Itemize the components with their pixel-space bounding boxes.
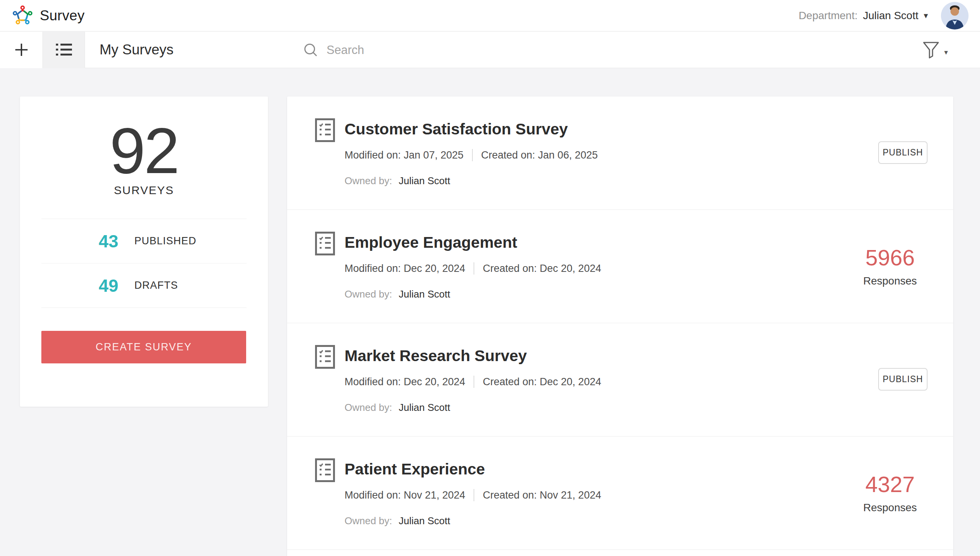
owner-name: Julian Scott — [399, 288, 450, 300]
app-title: Survey — [40, 8, 85, 24]
create-new-button[interactable] — [0, 32, 42, 68]
list-view-button[interactable] — [42, 32, 85, 68]
surveys-toolbar: My Surveys ▾ — [0, 32, 980, 68]
drafts-stat-row[interactable]: 49 DRAFTS — [41, 263, 247, 307]
created-date: Created on: Dec 20, 2024 — [483, 262, 601, 275]
department-value[interactable]: Julian Scott — [863, 10, 918, 22]
responses-label: Responses — [846, 502, 934, 514]
responses-summary[interactable]: 4327 Responses — [846, 473, 934, 514]
survey-title[interactable]: Patient Experience — [345, 460, 601, 479]
department-selector[interactable]: Julian Scott ▾ — [863, 10, 928, 22]
survey-document-icon — [315, 458, 335, 482]
date-separator — [472, 149, 473, 161]
owned-by-label: Owned by: — [345, 402, 392, 413]
avatar-image — [941, 2, 969, 29]
publish-button[interactable]: PUBLISH — [878, 141, 928, 164]
published-count: 43 — [82, 231, 118, 252]
survey-list: Customer Satisfaction Survey Modified on… — [287, 96, 953, 556]
search-input[interactable] — [327, 43, 526, 57]
user-avatar[interactable] — [941, 2, 969, 29]
date-separator — [474, 376, 474, 388]
department-label: Department: — [799, 10, 858, 22]
modified-date: Modified on: Nov 21, 2024 — [345, 489, 465, 502]
survey-row[interactable]: Market Research Survey Modified on: Dec … — [287, 323, 953, 437]
chevron-down-icon: ▾ — [924, 11, 928, 20]
chevron-down-icon: ▾ — [944, 48, 948, 57]
responses-label: Responses — [846, 275, 934, 287]
owner-name: Julian Scott — [399, 175, 450, 186]
owner-name: Julian Scott — [399, 515, 450, 527]
survey-document-icon — [315, 118, 335, 142]
responses-count[interactable]: 4327 — [846, 473, 934, 496]
survey-dates: Modified on: Dec 20, 2024 Created on: De… — [345, 375, 601, 388]
survey-app-logo-icon — [11, 4, 34, 28]
plus-icon — [14, 42, 29, 57]
survey-document-icon — [315, 345, 335, 369]
date-separator — [474, 489, 474, 501]
search-bar — [304, 32, 526, 68]
owner-name: Julian Scott — [399, 402, 450, 413]
responses-count[interactable]: 5966 — [846, 246, 934, 270]
owned-by-label: Owned by: — [345, 175, 392, 186]
page-title: My Surveys — [100, 42, 173, 58]
published-label: PUBLISHED — [134, 235, 196, 247]
modified-date: Modified on: Dec 20, 2024 — [345, 262, 465, 275]
drafts-count: 49 — [82, 275, 118, 296]
published-stat-row[interactable]: 43 PUBLISHED — [41, 219, 247, 263]
created-date: Created on: Jan 06, 2025 — [481, 149, 598, 162]
survey-stats-panel: 92 SURVEYS 43 PUBLISHED 49 DRAFTS CREATE… — [20, 96, 268, 407]
total-surveys-count: 92 — [20, 119, 268, 183]
filter-funnel-icon — [923, 41, 939, 59]
survey-owner: Owned by: Julian Scott — [345, 515, 601, 527]
survey-title[interactable]: Customer Satisfaction Survey — [345, 119, 598, 139]
create-survey-button[interactable]: CREATE SURVEY — [41, 331, 246, 363]
survey-dates: Modified on: Dec 20, 2024 Created on: De… — [345, 262, 601, 275]
app-header: Survey Department: Julian Scott ▾ — [0, 0, 980, 31]
survey-dates: Modified on: Nov 21, 2024 Created on: No… — [345, 489, 601, 502]
survey-title[interactable]: Market Research Survey — [345, 346, 601, 365]
survey-document-icon — [315, 232, 335, 255]
survey-owner: Owned by: Julian Scott — [345, 288, 601, 300]
survey-dates: Modified on: Jan 07, 2025 Created on: Ja… — [345, 149, 598, 162]
owned-by-label: Owned by: — [345, 288, 392, 300]
created-date: Created on: Nov 21, 2024 — [483, 489, 601, 502]
survey-owner: Owned by: Julian Scott — [345, 401, 601, 414]
survey-row[interactable]: Customer Satisfaction Survey Modified on… — [287, 96, 953, 210]
total-surveys-label: SURVEYS — [20, 184, 268, 197]
list-view-icon — [56, 43, 72, 56]
responses-summary[interactable]: 5966 Responses — [846, 246, 934, 287]
survey-row[interactable]: Patient Experience Modified on: Nov 21, … — [287, 437, 953, 550]
filter-button[interactable]: ▾ — [923, 32, 948, 68]
date-separator — [474, 262, 474, 275]
drafts-label: DRAFTS — [134, 280, 178, 291]
created-date: Created on: Dec 20, 2024 — [483, 375, 601, 388]
publish-button[interactable]: PUBLISH — [878, 368, 928, 391]
survey-row[interactable] — [287, 550, 953, 556]
search-icon — [304, 43, 318, 57]
owned-by-label: Owned by: — [345, 515, 392, 527]
survey-row[interactable]: Employee Engagement Modified on: Dec 20,… — [287, 210, 953, 323]
survey-title[interactable]: Employee Engagement — [345, 233, 601, 252]
modified-date: Modified on: Jan 07, 2025 — [345, 149, 464, 162]
survey-owner: Owned by: Julian Scott — [345, 175, 598, 187]
modified-date: Modified on: Dec 20, 2024 — [345, 375, 465, 388]
